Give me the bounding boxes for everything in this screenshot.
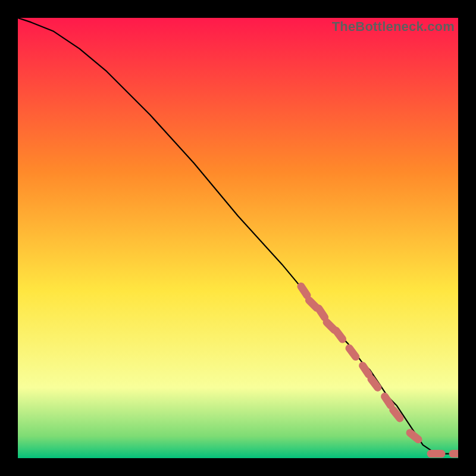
- highlighted-point: [319, 308, 325, 317]
- highlighted-point: [371, 379, 378, 387]
- plot-area: TheBottleneck.com: [18, 18, 458, 458]
- highlighted-point: [410, 433, 418, 439]
- highlighted-point: [363, 366, 369, 375]
- highlighted-point: [393, 410, 400, 418]
- highlighted-point: [349, 348, 356, 356]
- watermark-label: TheBottleneck.com: [332, 19, 455, 35]
- highlighted-point: [301, 286, 307, 295]
- gradient-background: [18, 18, 458, 458]
- highlighted-point: [336, 331, 343, 339]
- chart-svg: [18, 18, 458, 458]
- chart-container: TheBottleneck.com: [0, 0, 476, 476]
- highlighted-point: [385, 396, 391, 405]
